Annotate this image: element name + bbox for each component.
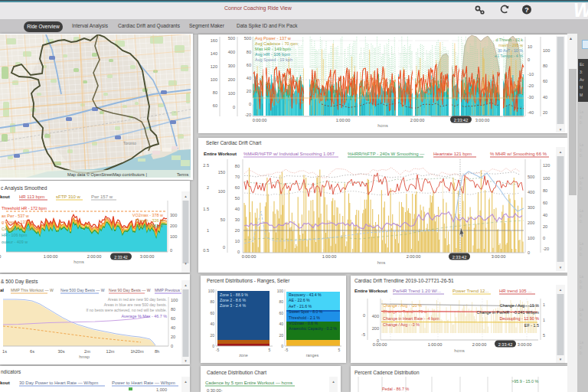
svg-text:Toronto: Toronto: [123, 141, 136, 145]
svg-text:2: 2: [207, 185, 209, 190]
svg-text:60: 60: [235, 185, 240, 190]
svg-text:1.5: 1.5: [203, 207, 209, 211]
svg-text:-5: -5: [216, 348, 220, 352]
svg-text:100: 100: [218, 189, 225, 194]
svg-text:100: 100: [228, 91, 235, 96]
svg-text:La: La: [580, 209, 584, 213]
svg-text:0:00:00: 0:00:00: [373, 342, 387, 347]
svg-text:200: 200: [372, 326, 379, 331]
svg-text:Threshold - 2.1 %: Threshold - 2.1 %: [289, 315, 320, 320]
svg-text:Percent Cadence Distribution: Percent Cadence Distribution: [354, 370, 420, 375]
svg-text:Percent Distributions - Ranges: Percent Distributions - Ranges, Seiler: [207, 278, 290, 284]
svg-text:0:: 0:: [580, 181, 583, 185]
svg-text:hcms: hcms: [454, 348, 465, 353]
svg-text:hcms: hcms: [377, 123, 388, 128]
svg-text:100: 100: [211, 77, 217, 82]
svg-text:0:00:00: 0:00:00: [0, 254, 1, 259]
svg-text:500: 500: [244, 36, 251, 41]
svg-text:La: La: [580, 242, 584, 246]
svg-text:ouleur - 409 w: ouleur - 409 w: [2, 240, 28, 244]
svg-text:0: 0: [281, 344, 283, 348]
svg-text:20: 20: [279, 333, 283, 338]
svg-text:0:: 0:: [580, 220, 583, 224]
svg-text:VO2max - 0.6 %: VO2max - 0.6 %: [289, 321, 318, 325]
svg-text:New 500 Day Bests — W: New 500 Day Bests — W: [60, 288, 105, 292]
svg-text:40: 40: [543, 213, 547, 217]
svg-text:0: 0: [528, 57, 530, 62]
svg-text:Avg Power - 137 w: Avg Power - 137 w: [255, 36, 292, 41]
svg-text:300: 300: [228, 64, 235, 68]
svg-text:Change / Avg - -20 %: Change / Avg - -20 %: [383, 303, 422, 308]
svg-text:Zone 3 - 2.4 %: Zone 3 - 2.4 %: [220, 303, 246, 308]
svg-text:20: 20: [247, 89, 251, 93]
svg-text:300: 300: [170, 213, 177, 217]
svg-text:30: 30: [235, 217, 240, 222]
svg-text:100: 100: [277, 289, 284, 293]
svg-text:0: 0: [233, 105, 235, 109]
svg-text:-30: -30: [528, 95, 534, 100]
svg-text:g Power - 137 w: g Power - 137 w: [2, 220, 31, 224]
svg-text:60: 60: [171, 316, 175, 321]
svg-text:60: 60: [279, 311, 283, 315]
svg-text:If no bests were achieved, no: If no bests were achieved, no red will b…: [86, 308, 167, 312]
svg-text:80: 80: [543, 188, 547, 193]
svg-text:5: 5: [543, 333, 545, 338]
svg-text:HR - 106 bpm: HR - 106 bpm: [2, 233, 28, 237]
svg-text:La: La: [580, 143, 584, 147]
svg-text:Cadence by 5 rpm Entire Work: Cadence by 5 rpm Entire Workout — hcms: [205, 381, 292, 385]
svg-text:0: 0: [170, 248, 172, 253]
svg-text:1: 1: [543, 302, 545, 307]
svg-text:Change / Avg - -3 %: Change / Avg - -3 %: [383, 322, 420, 327]
svg-text:0:00:00: 0:00:00: [242, 254, 256, 259]
svg-text:zone: zone: [239, 353, 248, 358]
svg-text:Avg Speed - 19 kph: Avg Speed - 19 kph: [255, 57, 292, 62]
svg-text:%HRR/%FTP - 240s W Smoothing: %HRR/%FTP - 240s W Smoothing —: [348, 152, 424, 156]
svg-text:Cadence - 70 rpm: Cadence - 70 rpm: [2, 227, 35, 231]
svg-text:Cardiac Drift Trendline 2019-1: Cardiac Drift Trendline 2019-10-27T21-26…: [354, 278, 454, 283]
svg-text:La: La: [580, 176, 584, 180]
svg-text:3:00:00: 3:00:00: [140, 254, 155, 259]
svg-text:500: 500: [228, 36, 235, 41]
svg-text:3:: 3:: [580, 70, 583, 74]
svg-text:Change in Trend - -79 w: Change in Trend - -79 w: [383, 309, 427, 314]
svg-text:0:: 0:: [580, 280, 583, 284]
svg-text:40: 40: [247, 76, 251, 80]
svg-text:160: 160: [211, 38, 217, 43]
svg-text:La: La: [580, 275, 584, 279]
svg-text:80: 80: [247, 50, 251, 54]
svg-text:HR trend 105 ...: HR trend 105 ...: [499, 289, 532, 293]
svg-text:e1 Tempo - 4 %: e1 Tempo - 4 %: [495, 54, 523, 58]
svg-text:Thresh - 326 w: Thresh - 326 w: [136, 218, 163, 223]
svg-text:0:: 0:: [580, 116, 583, 119]
svg-text:3:00:00: 3:00:00: [518, 342, 532, 347]
svg-text:hmsp: hmsp: [79, 354, 90, 359]
svg-text:70: 70: [235, 175, 240, 179]
svg-text:2:00:00: 2:00:00: [472, 342, 487, 347]
svg-text:120: 120: [211, 64, 217, 69]
svg-text:al: al: [0, 288, 4, 292]
svg-text:80: 80: [543, 64, 547, 68]
svg-text:?: ?: [524, 6, 529, 14]
svg-text:Power Trend 12...: Power Trend 12...: [452, 289, 489, 293]
svg-text:10: 10: [235, 239, 240, 243]
svg-text:1,000: 1,000: [156, 387, 167, 392]
svg-text:20: 20: [210, 333, 214, 338]
svg-text:Threshold HR - 172 bpm: Threshold HR - 172 bpm: [2, 206, 47, 211]
svg-text:-20: -20: [528, 83, 534, 88]
svg-text:2:00:00: 2:00:00: [407, 254, 421, 259]
svg-text:-20: -20: [543, 247, 549, 251]
svg-text:2m: 2m: [84, 349, 90, 354]
svg-text:-10: -10: [528, 72, 534, 77]
svg-text:60: 60: [210, 311, 214, 315]
svg-text:hms: hms: [377, 260, 386, 265]
svg-text:AE - 22.6 %: AE - 22.6 %: [289, 298, 310, 302]
svg-text:New 90 Day Bests — W: New 90 Day Bests — W: [109, 288, 151, 292]
svg-text:0: 0: [543, 236, 545, 240]
svg-text:Avg HR - 106 bpm: Avg HR - 106 bpm: [255, 52, 290, 57]
svg-text:100: 100: [543, 176, 550, 181]
svg-text:2.5: 2.5: [203, 163, 209, 168]
svg-text:40: 40: [543, 95, 547, 100]
svg-text:0: 0: [223, 245, 225, 250]
svg-text:100: 100: [543, 48, 550, 53]
svg-text:Change / Avg - -19 %: Change / Avg - -19 %: [500, 303, 539, 308]
